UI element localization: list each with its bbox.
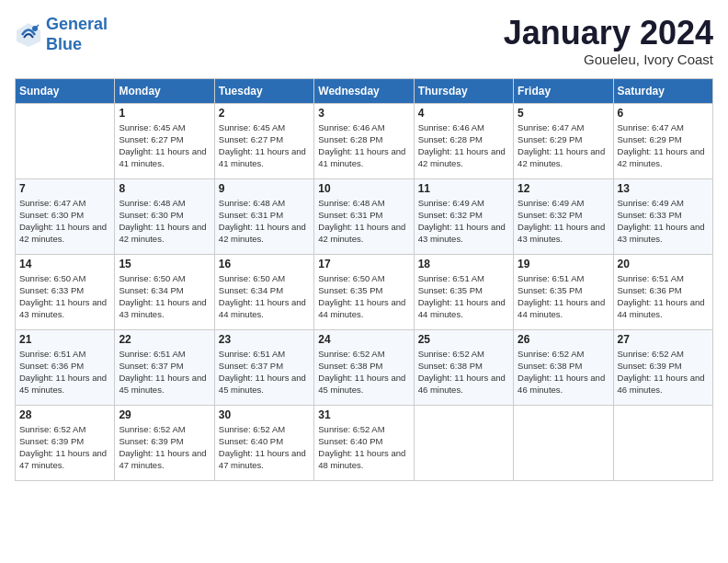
day-number: 14 bbox=[19, 258, 110, 270]
calendar-cell: 23Sunrise: 6:51 AMSunset: 6:37 PMDayligh… bbox=[214, 329, 313, 405]
day-info: Sunrise: 6:47 AMSunset: 6:30 PMDaylight:… bbox=[19, 197, 110, 246]
header: General Blue January 2024 Goueleu, Ivory… bbox=[15, 15, 713, 67]
calendar-cell: 12Sunrise: 6:49 AMSunset: 6:32 PMDayligh… bbox=[514, 178, 613, 254]
day-info: Sunrise: 6:51 AMSunset: 6:36 PMDaylight:… bbox=[618, 272, 709, 321]
calendar-table: SundayMondayTuesdayWednesdayThursdayFrid… bbox=[15, 78, 713, 481]
day-info: Sunrise: 6:51 AMSunset: 6:36 PMDaylight:… bbox=[19, 348, 110, 396]
logo-line2: Blue bbox=[46, 35, 82, 53]
day-number: 25 bbox=[418, 333, 509, 346]
calendar-cell: 19Sunrise: 6:51 AMSunset: 6:35 PMDayligh… bbox=[514, 254, 613, 329]
day-info: Sunrise: 6:51 AMSunset: 6:37 PMDaylight:… bbox=[219, 348, 310, 396]
day-info: Sunrise: 6:52 AMSunset: 6:40 PMDaylight:… bbox=[219, 423, 310, 472]
calendar-cell bbox=[414, 405, 513, 480]
calendar-cell bbox=[613, 405, 712, 480]
calendar-cell: 17Sunrise: 6:50 AMSunset: 6:35 PMDayligh… bbox=[314, 254, 414, 329]
day-number: 5 bbox=[518, 107, 609, 120]
day-info: Sunrise: 6:50 AMSunset: 6:33 PMDaylight:… bbox=[19, 272, 110, 321]
logo-icon bbox=[15, 21, 42, 49]
day-info: Sunrise: 6:52 AMSunset: 6:39 PMDaylight:… bbox=[19, 423, 110, 472]
day-info: Sunrise: 6:52 AMSunset: 6:40 PMDaylight:… bbox=[318, 423, 409, 472]
day-header-tuesday: Tuesday bbox=[214, 78, 313, 103]
day-number: 23 bbox=[219, 333, 310, 346]
logo-text: General Blue bbox=[46, 15, 108, 54]
day-number: 21 bbox=[19, 333, 110, 346]
day-info: Sunrise: 6:47 AMSunset: 6:29 PMDaylight:… bbox=[618, 121, 709, 170]
day-info: Sunrise: 6:51 AMSunset: 6:35 PMDaylight:… bbox=[418, 272, 509, 321]
day-info: Sunrise: 6:46 AMSunset: 6:28 PMDaylight:… bbox=[318, 121, 409, 170]
calendar-cell: 10Sunrise: 6:48 AMSunset: 6:31 PMDayligh… bbox=[314, 178, 414, 254]
calendar-cell: 25Sunrise: 6:52 AMSunset: 6:38 PMDayligh… bbox=[414, 329, 513, 405]
logo-line1: General bbox=[46, 15, 108, 33]
day-info: Sunrise: 6:47 AMSunset: 6:29 PMDaylight:… bbox=[518, 121, 609, 170]
day-info: Sunrise: 6:49 AMSunset: 6:32 PMDaylight:… bbox=[518, 197, 609, 246]
day-info: Sunrise: 6:52 AMSunset: 6:39 PMDaylight:… bbox=[618, 348, 709, 396]
day-number: 20 bbox=[618, 258, 709, 270]
day-number: 31 bbox=[318, 408, 409, 421]
header-row: SundayMondayTuesdayWednesdayThursdayFrid… bbox=[16, 78, 713, 103]
day-number: 18 bbox=[418, 258, 509, 270]
title-section: January 2024 Goueleu, Ivory Coast bbox=[504, 15, 713, 67]
day-number: 8 bbox=[119, 182, 210, 195]
day-number: 30 bbox=[219, 408, 310, 421]
calendar-cell: 20Sunrise: 6:51 AMSunset: 6:36 PMDayligh… bbox=[613, 254, 712, 329]
day-number: 6 bbox=[618, 107, 709, 120]
day-number: 2 bbox=[219, 107, 310, 120]
day-info: Sunrise: 6:51 AMSunset: 6:37 PMDaylight:… bbox=[119, 348, 210, 396]
day-header-sunday: Sunday bbox=[16, 78, 115, 103]
calendar-cell: 21Sunrise: 6:51 AMSunset: 6:36 PMDayligh… bbox=[16, 329, 115, 405]
day-info: Sunrise: 6:45 AMSunset: 6:27 PMDaylight:… bbox=[219, 121, 310, 170]
week-row-1: 1Sunrise: 6:45 AMSunset: 6:27 PMDaylight… bbox=[16, 103, 713, 178]
day-number: 4 bbox=[418, 107, 509, 120]
day-info: Sunrise: 6:45 AMSunset: 6:27 PMDaylight:… bbox=[119, 121, 210, 170]
calendar-cell: 27Sunrise: 6:52 AMSunset: 6:39 PMDayligh… bbox=[613, 329, 712, 405]
calendar-cell: 9Sunrise: 6:48 AMSunset: 6:31 PMDaylight… bbox=[214, 178, 313, 254]
day-number: 10 bbox=[318, 182, 409, 195]
day-number: 22 bbox=[119, 333, 210, 346]
day-number: 7 bbox=[19, 182, 110, 195]
day-info: Sunrise: 6:50 AMSunset: 6:34 PMDaylight:… bbox=[219, 272, 310, 321]
calendar-cell: 30Sunrise: 6:52 AMSunset: 6:40 PMDayligh… bbox=[214, 405, 313, 480]
day-info: Sunrise: 6:52 AMSunset: 6:38 PMDaylight:… bbox=[318, 348, 409, 396]
day-number: 17 bbox=[318, 258, 409, 270]
day-header-friday: Friday bbox=[514, 78, 613, 103]
location: Goueleu, Ivory Coast bbox=[504, 52, 713, 67]
day-info: Sunrise: 6:51 AMSunset: 6:35 PMDaylight:… bbox=[518, 272, 609, 321]
day-header-thursday: Thursday bbox=[414, 78, 513, 103]
calendar-cell: 5Sunrise: 6:47 AMSunset: 6:29 PMDaylight… bbox=[514, 103, 613, 178]
day-header-wednesday: Wednesday bbox=[314, 78, 414, 103]
calendar-cell: 2Sunrise: 6:45 AMSunset: 6:27 PMDaylight… bbox=[214, 103, 313, 178]
day-number: 16 bbox=[219, 258, 310, 270]
day-number: 12 bbox=[518, 182, 609, 195]
day-number: 11 bbox=[418, 182, 509, 195]
calendar-cell: 28Sunrise: 6:52 AMSunset: 6:39 PMDayligh… bbox=[16, 405, 115, 480]
day-info: Sunrise: 6:52 AMSunset: 6:38 PMDaylight:… bbox=[418, 348, 509, 396]
calendar-cell: 11Sunrise: 6:49 AMSunset: 6:32 PMDayligh… bbox=[414, 178, 513, 254]
calendar-cell: 31Sunrise: 6:52 AMSunset: 6:40 PMDayligh… bbox=[314, 405, 414, 480]
day-info: Sunrise: 6:52 AMSunset: 6:38 PMDaylight:… bbox=[518, 348, 609, 396]
calendar-cell: 7Sunrise: 6:47 AMSunset: 6:30 PMDaylight… bbox=[16, 178, 115, 254]
day-number: 13 bbox=[618, 182, 709, 195]
day-number: 9 bbox=[219, 182, 310, 195]
day-info: Sunrise: 6:48 AMSunset: 6:30 PMDaylight:… bbox=[119, 197, 210, 246]
calendar-cell: 29Sunrise: 6:52 AMSunset: 6:39 PMDayligh… bbox=[115, 405, 214, 480]
calendar-cell: 1Sunrise: 6:45 AMSunset: 6:27 PMDaylight… bbox=[115, 103, 214, 178]
calendar-cell: 14Sunrise: 6:50 AMSunset: 6:33 PMDayligh… bbox=[16, 254, 115, 329]
calendar-cell: 8Sunrise: 6:48 AMSunset: 6:30 PMDaylight… bbox=[115, 178, 214, 254]
week-row-3: 14Sunrise: 6:50 AMSunset: 6:33 PMDayligh… bbox=[16, 254, 713, 329]
day-number: 29 bbox=[119, 408, 210, 421]
day-number: 24 bbox=[318, 333, 409, 346]
day-info: Sunrise: 6:50 AMSunset: 6:35 PMDaylight:… bbox=[318, 272, 409, 321]
page-container: General Blue January 2024 Goueleu, Ivory… bbox=[0, 0, 728, 488]
day-number: 19 bbox=[518, 258, 609, 270]
calendar-cell: 22Sunrise: 6:51 AMSunset: 6:37 PMDayligh… bbox=[115, 329, 214, 405]
day-info: Sunrise: 6:52 AMSunset: 6:39 PMDaylight:… bbox=[119, 423, 210, 472]
month-title: January 2024 bbox=[504, 15, 713, 52]
calendar-cell: 13Sunrise: 6:49 AMSunset: 6:33 PMDayligh… bbox=[613, 178, 712, 254]
day-info: Sunrise: 6:49 AMSunset: 6:33 PMDaylight:… bbox=[618, 197, 709, 246]
day-number: 26 bbox=[518, 333, 609, 346]
day-info: Sunrise: 6:49 AMSunset: 6:32 PMDaylight:… bbox=[418, 197, 509, 246]
calendar-cell bbox=[16, 103, 115, 178]
day-info: Sunrise: 6:50 AMSunset: 6:34 PMDaylight:… bbox=[119, 272, 210, 321]
day-header-saturday: Saturday bbox=[613, 78, 712, 103]
day-number: 28 bbox=[19, 408, 110, 421]
